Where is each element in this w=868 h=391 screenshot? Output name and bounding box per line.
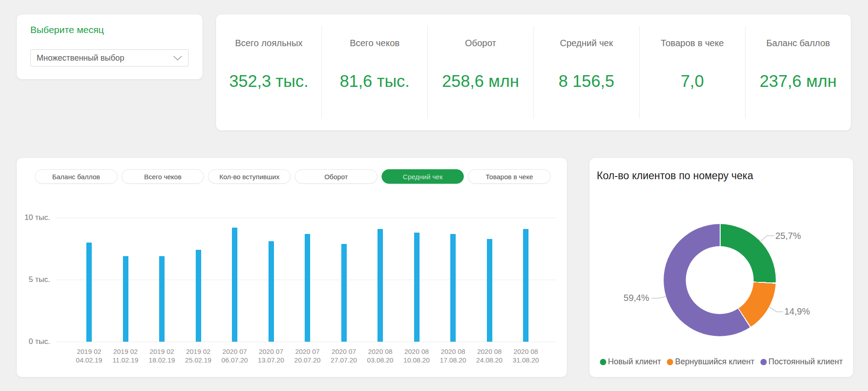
tab-1[interactable]: Всего чеков xyxy=(122,169,204,184)
x-tick-line2: 24.08.20 xyxy=(470,356,509,364)
legend-item-1[interactable]: Вернувшийся клиент xyxy=(667,357,755,367)
x-tick-line2: 20.07.20 xyxy=(288,356,327,364)
x-tick-line2: 03.08.20 xyxy=(361,356,400,364)
x-tick-line1: 2020 07 xyxy=(252,347,291,356)
tab-2[interactable]: Кол-во вступивших xyxy=(208,169,291,184)
x-tick-line2: 04.02.19 xyxy=(70,356,108,364)
x-axis: 2019 0204.02.192019 0211.02.192019 0218.… xyxy=(57,347,556,367)
legend-label: Вернувшийся клиент xyxy=(675,357,755,367)
stat-column-4: Товаров в чеке7,0 xyxy=(639,26,745,119)
bar-24.08.20[interactable] xyxy=(487,239,492,342)
x-tick-line1: 2019 02 xyxy=(142,347,181,356)
stat-column-1: Всего чеков81,6 тыс. xyxy=(321,26,427,119)
stat-column-0: Всего лояльных352,3 тыс. xyxy=(216,26,321,119)
x-tick-line1: 2019 02 xyxy=(179,347,218,356)
bar-27.07.20[interactable] xyxy=(341,244,347,342)
bar-20.07.20[interactable] xyxy=(305,234,310,342)
tab-4[interactable]: Средний чек xyxy=(382,169,464,184)
donut-chart-card: Кол-во клиентов по номеру чека 25,7% 14,… xyxy=(590,158,853,377)
legend-label: Постоянный клиент xyxy=(769,357,843,367)
tab-5[interactable]: Товаров в чеке xyxy=(468,169,551,184)
month-select-dropdown[interactable]: Множественный выбор xyxy=(30,49,189,67)
x-tick-line2: 13.07.20 xyxy=(252,356,291,364)
tab-3[interactable]: Оборот xyxy=(295,169,377,184)
loyalty-dashboard: Выберите месяц Множественный выбор Всего… xyxy=(0,0,868,391)
donut-legend: Новый клиентВернувшийся клиентПостоянный… xyxy=(590,357,853,367)
x-tick-line2: 31.08.20 xyxy=(506,356,545,364)
x-tick-line2: 25.02.19 xyxy=(179,356,218,364)
x-tick-line1: 2020 07 xyxy=(288,347,327,356)
stat-label: Средний чек xyxy=(560,38,613,48)
x-tick-line2: 18.02.19 xyxy=(142,356,181,364)
stat-value: 7,0 xyxy=(681,72,704,91)
bar-chart-card: Баланс балловВсего чековКол-во вступивши… xyxy=(17,158,567,377)
x-tick-label: 2019 0225.02.19 xyxy=(179,347,218,364)
x-tick-line2: 11.02.19 xyxy=(106,356,145,364)
x-tick-label: 2020 0810.08.20 xyxy=(397,347,436,364)
x-tick-label: 2019 0204.02.19 xyxy=(70,347,108,364)
x-tick-label: 2020 0817.08.20 xyxy=(434,347,472,364)
legend-label: Новый клиент xyxy=(608,357,661,367)
donut-chart[interactable] xyxy=(664,224,776,336)
kpi-stats-card: Всего лояльных352,3 тыс.Всего чеков81,6 … xyxy=(216,14,851,130)
bar-18.02.19[interactable] xyxy=(159,256,165,342)
x-tick-label: 2020 0831.08.20 xyxy=(506,347,545,364)
bar-10.08.20[interactable] xyxy=(414,233,420,342)
stat-column-2: Оборот258,6 млн xyxy=(427,26,533,119)
stat-label: Товаров в чеке xyxy=(660,38,724,48)
x-tick-label: 2019 0211.02.19 xyxy=(106,347,145,364)
month-select-value: Множественный выбор xyxy=(37,53,124,63)
tab-0[interactable]: Баланс баллов xyxy=(35,169,118,184)
bar-chart-plot xyxy=(57,218,556,342)
stat-label: Всего чеков xyxy=(350,38,400,48)
donut-percent-label-returned: 14,9% xyxy=(784,306,810,317)
x-tick-label: 2020 0824.08.20 xyxy=(470,347,509,364)
stat-value: 258,6 млн xyxy=(442,72,519,91)
stat-column-3: Средний чек8 156,5 xyxy=(533,26,639,119)
gridline-10 xyxy=(57,218,556,218)
bar-13.07.20[interactable] xyxy=(269,241,274,342)
legend-dot-icon xyxy=(600,359,606,365)
x-tick-line1: 2020 07 xyxy=(325,347,363,356)
x-tick-label: 2020 0803.08.20 xyxy=(361,347,400,364)
x-tick-label: 2020 0720.07.20 xyxy=(288,347,327,364)
legend-item-0[interactable]: Новый клиент xyxy=(600,357,661,367)
bar-11.02.19[interactable] xyxy=(123,256,128,342)
x-tick-line2: 10.08.20 xyxy=(397,356,436,364)
donut-percent-label-regular: 59,4% xyxy=(618,293,649,303)
x-tick-line2: 06.07.20 xyxy=(215,356,254,364)
y-tick-label: 0 тыс. xyxy=(17,337,50,346)
chevron-down-icon xyxy=(173,56,182,61)
metric-tabs: Баланс балловВсего чековКол-во вступивши… xyxy=(35,169,551,184)
month-selector-card: Выберите месяц Множественный выбор xyxy=(17,14,203,79)
x-tick-line2: 17.08.20 xyxy=(434,356,472,364)
bar-03.08.20[interactable] xyxy=(377,229,383,342)
stat-value: 352,3 тыс. xyxy=(229,72,308,91)
x-tick-line1: 2020 08 xyxy=(434,347,472,356)
x-tick-line2: 27.07.20 xyxy=(325,356,363,364)
x-tick-line1: 2020 07 xyxy=(215,347,254,356)
bar-31.08.20[interactable] xyxy=(523,229,528,342)
bar-04.02.19[interactable] xyxy=(86,243,92,342)
legend-dot-icon xyxy=(760,359,767,365)
x-tick-label: 2020 0727.07.20 xyxy=(325,347,363,364)
stat-value: 8 156,5 xyxy=(558,72,614,91)
bar-25.02.19[interactable] xyxy=(196,250,201,342)
y-tick-label: 5 тыс. xyxy=(17,275,50,284)
donut-percent-label-new: 25,7% xyxy=(775,231,801,241)
bar-17.08.20[interactable] xyxy=(450,234,456,342)
x-tick-line1: 2020 08 xyxy=(397,347,436,356)
stat-label: Баланс баллов xyxy=(766,38,830,48)
stat-column-5: Баланс баллов237,6 млн xyxy=(745,26,851,119)
bar-06.07.20[interactable] xyxy=(232,228,237,342)
x-tick-label: 2020 0713.07.20 xyxy=(252,347,291,364)
y-tick-label: 10 тыс. xyxy=(17,213,50,222)
stat-label: Оборот xyxy=(465,38,496,48)
x-tick-line1: 2020 08 xyxy=(361,347,400,356)
stat-value: 237,6 млн xyxy=(760,72,836,91)
x-tick-label: 2020 0706.07.20 xyxy=(215,347,254,364)
stat-label: Всего лояльных xyxy=(235,38,302,48)
legend-item-2[interactable]: Постоянный клиент xyxy=(760,357,843,367)
x-tick-line1: 2020 08 xyxy=(506,347,545,356)
stat-value: 81,6 тыс. xyxy=(340,72,410,91)
